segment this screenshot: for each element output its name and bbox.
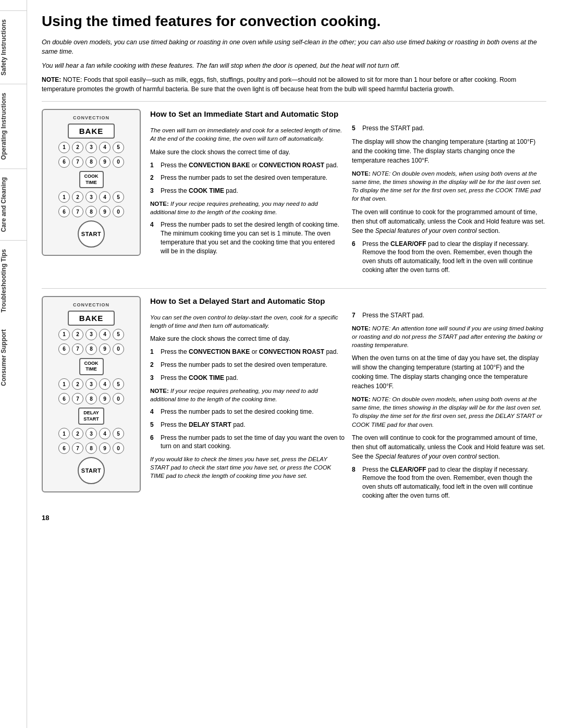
note-text: NOTE: NOTE: Foods that spoil easily—such… (42, 75, 546, 94)
num-2[interactable]: 2 (72, 142, 83, 153)
page-title: Using the timed features for convection … (42, 13, 546, 30)
num-4[interactable]: 4 (99, 142, 111, 153)
step1-5: 5 Press the START pad. (352, 124, 546, 133)
bake-button-2[interactable]: BAKE (68, 311, 115, 326)
section2-panel: CONVECTION BAKE 1 2 3 4 5 6 7 8 9 0 (42, 296, 141, 504)
num-2-1[interactable]: 1 (58, 329, 70, 340)
num-2-0b[interactable]: 0 (113, 393, 124, 404)
num-2-4[interactable]: 4 (99, 329, 111, 340)
num-5b[interactable]: 5 (113, 191, 124, 203)
num-9b[interactable]: 9 (99, 206, 111, 217)
num-2-3b[interactable]: 3 (85, 378, 97, 390)
sidebar-item-care[interactable]: Care and Cleaning (0, 168, 27, 240)
number-row-2c: 1 2 3 4 5 (58, 378, 124, 390)
intro-text-1: On double oven models, you can use timed… (42, 38, 546, 57)
num-2-7[interactable]: 7 (72, 343, 83, 355)
num-2-7c[interactable]: 7 (72, 442, 83, 454)
display-note-1: The display will show the changing tempe… (352, 137, 546, 165)
step1-4: 4 Press the number pads to set the desir… (150, 220, 345, 255)
num-7[interactable]: 7 (72, 156, 83, 168)
num-9[interactable]: 9 (99, 156, 111, 168)
num-2-2c[interactable]: 2 (72, 428, 83, 439)
num-3[interactable]: 3 (85, 142, 97, 153)
num-2-1c[interactable]: 1 (58, 428, 70, 439)
num-6b[interactable]: 6 (58, 206, 70, 217)
num-2-9[interactable]: 9 (99, 343, 111, 355)
oven-panel-2: CONVECTION BAKE 1 2 3 4 5 6 7 8 9 0 (42, 296, 141, 493)
num-2-8[interactable]: 8 (85, 343, 97, 355)
steps-container-2: You can set the oven control to delay-st… (150, 311, 546, 504)
note-preheating-2: NOTE: If your recipe requires preheating… (150, 387, 345, 403)
num-2-4b[interactable]: 4 (99, 378, 111, 390)
number-row-1a: 1 2 3 4 5 (58, 142, 124, 153)
num-2-2b[interactable]: 2 (72, 378, 83, 390)
num-2-0[interactable]: 0 (113, 343, 124, 355)
steps-col-2b: 7 Press the START pad. NOTE: NOTE: An at… (352, 311, 546, 504)
check-times-note: If you would like to check the times you… (150, 455, 345, 480)
num-2-6b[interactable]: 6 (58, 393, 70, 404)
bake-button-1[interactable]: BAKE (68, 124, 115, 139)
section2-row: CONVECTION BAKE 1 2 3 4 5 6 7 8 9 0 (42, 288, 546, 504)
num-2-9c[interactable]: 9 (99, 442, 111, 454)
num-3b[interactable]: 3 (85, 191, 97, 203)
sidebar-item-troubleshooting[interactable]: Troubleshooting Tips (0, 240, 27, 321)
num-2-2[interactable]: 2 (72, 329, 83, 340)
num-2-6[interactable]: 6 (58, 343, 70, 355)
num-2-0c[interactable]: 0 (113, 442, 124, 454)
step1-6: 6 Press the CLEAR/OFF pad to clear the d… (352, 240, 546, 275)
num-4b[interactable]: 4 (99, 191, 111, 203)
num-2-5c[interactable]: 5 (113, 428, 124, 439)
num-5[interactable]: 5 (113, 142, 124, 153)
sidebar-item-consumer[interactable]: Consumer Support (0, 321, 27, 394)
step1-1: 1 Press the CONVECTION BAKE or CONVECTIO… (150, 161, 345, 170)
main-content: Using the timed features for convection … (27, 0, 563, 728)
num-1b[interactable]: 1 (58, 191, 70, 203)
number-row-1b: 6 7 8 9 0 (58, 156, 124, 168)
start-button-1[interactable]: START (78, 220, 105, 248)
num-2-6c[interactable]: 6 (58, 442, 70, 454)
step1-3: 3 Press the COOK TIME pad. (150, 187, 345, 195)
will-continue-2: The oven will continue to cook for the p… (352, 433, 546, 461)
section1-right: How to Set an Immediate Start and Automa… (150, 109, 546, 279)
num-2-8c[interactable]: 8 (85, 442, 97, 454)
page-number: 18 (42, 514, 546, 522)
num-2-1b[interactable]: 1 (58, 378, 70, 390)
section1-row: CONVECTION BAKE 1 2 3 4 5 6 7 8 9 0 (42, 101, 546, 279)
section1-title: How to Set an Immediate Start and Automa… (150, 109, 546, 119)
num-2-8b[interactable]: 8 (85, 393, 97, 404)
note-double-1: NOTE: NOTE: On double oven models, when … (352, 169, 546, 203)
num-0b[interactable]: 0 (113, 206, 124, 217)
num-2-3[interactable]: 3 (85, 329, 97, 340)
sidebar-item-operating[interactable]: Operating Instructions (0, 84, 27, 168)
step2-2: 2 Press the number pads to set the desir… (150, 361, 345, 369)
section1-panel: CONVECTION BAKE 1 2 3 4 5 6 7 8 9 0 (42, 109, 141, 279)
num-7b[interactable]: 7 (72, 206, 83, 217)
num-8[interactable]: 8 (85, 156, 97, 168)
num-2b[interactable]: 2 (72, 191, 83, 203)
num-1[interactable]: 1 (58, 142, 70, 153)
start-button-2[interactable]: START (78, 457, 105, 484)
delay-start-button[interactable]: DELAY START (78, 408, 104, 425)
number-row-1c: 1 2 3 4 5 (58, 191, 124, 203)
num-2-5[interactable]: 5 (113, 329, 124, 340)
num-6[interactable]: 6 (58, 156, 70, 168)
number-row-2d: 6 7 8 9 0 (58, 393, 124, 404)
step2-3: 3 Press the COOK TIME pad. (150, 374, 345, 382)
step2-1: 1 Press the CONVECTION BAKE or CONVECTIO… (150, 348, 345, 356)
will-continue-1: The oven will continue to cook for the p… (352, 207, 546, 236)
number-row-2a: 1 2 3 4 5 (58, 329, 124, 340)
number-row-2e: 1 2 3 4 5 (58, 428, 124, 439)
num-2-4c[interactable]: 4 (99, 428, 111, 439)
cook-time-button-1[interactable]: COOK TIME (79, 171, 104, 188)
num-2-7b[interactable]: 7 (72, 393, 83, 404)
number-row-2b: 6 7 8 9 0 (58, 343, 124, 355)
num-2-9b[interactable]: 9 (99, 393, 111, 404)
num-2-5b[interactable]: 5 (113, 378, 124, 390)
step1-2: 2 Press the number pads to set the desir… (150, 174, 345, 182)
num-8b[interactable]: 8 (85, 206, 97, 217)
sidebar-item-safety[interactable]: Safety Instructions (0, 10, 27, 84)
convection-label-1: CONVECTION (73, 115, 109, 120)
num-0[interactable]: 0 (113, 156, 124, 168)
cook-time-button-2[interactable]: COOK TIME (79, 358, 104, 375)
num-2-3c[interactable]: 3 (85, 428, 97, 439)
